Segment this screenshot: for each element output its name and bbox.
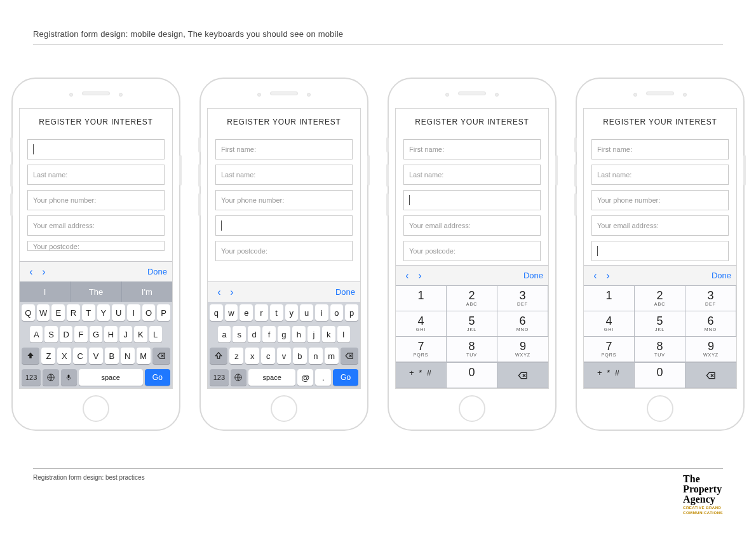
kb-next-button[interactable]: › bbox=[414, 270, 426, 281]
letter-key[interactable]: W bbox=[37, 304, 50, 321]
letter-key[interactable]: D bbox=[60, 326, 72, 342]
letter-key[interactable]: x bbox=[245, 348, 259, 364]
letter-key[interactable]: w bbox=[225, 304, 238, 321]
letter-key[interactable]: G bbox=[90, 326, 102, 342]
digit-key[interactable]: 5JKL bbox=[635, 311, 685, 337]
kb-suggestion[interactable]: I bbox=[20, 281, 71, 302]
letter-key[interactable]: g bbox=[278, 326, 290, 342]
at-key[interactable]: @ bbox=[297, 369, 313, 386]
letter-key[interactable]: r bbox=[255, 304, 268, 321]
kb-prev-button[interactable]: ‹ bbox=[213, 287, 226, 298]
letter-key[interactable]: s bbox=[233, 326, 245, 342]
letter-key[interactable]: T bbox=[82, 304, 95, 321]
postcode-input[interactable] bbox=[591, 241, 729, 261]
first-name-input[interactable]: First name: bbox=[215, 139, 353, 159]
mic-key[interactable] bbox=[61, 369, 77, 386]
go-key[interactable]: Go bbox=[333, 369, 358, 386]
home-button[interactable] bbox=[83, 395, 109, 422]
letter-key[interactable]: X bbox=[57, 348, 71, 364]
letter-key[interactable]: y bbox=[285, 304, 299, 321]
digit-key[interactable]: 2ABC bbox=[635, 286, 685, 311]
kb-next-button[interactable]: › bbox=[602, 270, 614, 281]
letter-key[interactable]: C bbox=[73, 348, 87, 364]
backspace-key[interactable] bbox=[497, 363, 548, 388]
digit-key[interactable]: 5JKL bbox=[447, 311, 497, 337]
letter-key[interactable]: p bbox=[345, 304, 358, 321]
letter-key[interactable]: N bbox=[121, 348, 135, 364]
go-key[interactable]: Go bbox=[145, 369, 170, 386]
letter-key[interactable]: M bbox=[137, 348, 151, 364]
first-name-input[interactable]: First name: bbox=[403, 139, 541, 159]
letter-key[interactable]: A bbox=[30, 326, 43, 342]
letter-key[interactable]: n bbox=[309, 348, 323, 364]
letter-key[interactable]: E bbox=[51, 304, 65, 321]
first-name-input[interactable] bbox=[27, 139, 165, 159]
postcode-input[interactable]: Your postcode: bbox=[27, 241, 165, 251]
postcode-input[interactable]: Your postcode: bbox=[215, 241, 353, 261]
digit-key[interactable]: 1 bbox=[584, 286, 635, 311]
zero-key[interactable]: 0 bbox=[447, 363, 497, 388]
backspace-key[interactable] bbox=[341, 348, 358, 364]
letter-key[interactable]: U bbox=[112, 304, 125, 321]
letter-key[interactable]: K bbox=[134, 326, 147, 342]
letter-key[interactable]: P bbox=[157, 304, 170, 321]
letter-key[interactable]: q bbox=[210, 304, 223, 321]
letter-key[interactable]: d bbox=[248, 326, 260, 342]
home-button[interactable] bbox=[271, 395, 297, 422]
letter-key[interactable]: c bbox=[261, 348, 275, 364]
letter-key[interactable]: v bbox=[277, 348, 291, 364]
phone-input[interactable]: Your phone number: bbox=[27, 190, 165, 210]
shift-key[interactable] bbox=[210, 348, 227, 364]
numbers-key[interactable]: 123 bbox=[22, 369, 41, 386]
letter-key[interactable]: L bbox=[149, 326, 162, 342]
backspace-key[interactable] bbox=[152, 348, 170, 364]
digit-key[interactable]: 8TUV bbox=[635, 337, 685, 362]
numbers-key[interactable]: 123 bbox=[210, 369, 229, 386]
letter-key[interactable]: J bbox=[119, 326, 132, 342]
home-button[interactable] bbox=[647, 395, 673, 422]
digit-key[interactable]: 6MNO bbox=[685, 311, 736, 337]
phone-input[interactable]: Your phone number: bbox=[215, 190, 353, 210]
kb-prev-button[interactable]: ‹ bbox=[25, 266, 37, 278]
shift-key[interactable] bbox=[22, 348, 39, 364]
email-input[interactable]: Your email address: bbox=[27, 215, 165, 236]
letter-key[interactable]: S bbox=[44, 326, 57, 342]
digit-key[interactable]: 6MNO bbox=[497, 311, 548, 337]
first-name-input[interactable]: First name: bbox=[591, 139, 729, 159]
letter-key[interactable]: h bbox=[292, 326, 305, 342]
space-key[interactable]: space bbox=[248, 369, 296, 386]
letter-key[interactable]: H bbox=[104, 326, 117, 342]
kb-done-button[interactable]: Done bbox=[147, 267, 167, 276]
letter-key[interactable]: Q bbox=[22, 304, 35, 321]
phone-input[interactable]: Your phone number: bbox=[591, 190, 729, 210]
kb-suggestion[interactable]: I'm bbox=[122, 281, 172, 302]
space-key[interactable]: space bbox=[79, 369, 143, 386]
letter-key[interactable]: V bbox=[89, 348, 103, 364]
letter-key[interactable]: a bbox=[218, 326, 231, 342]
digit-key[interactable]: 4GHI bbox=[584, 311, 635, 337]
globe-key[interactable] bbox=[43, 369, 58, 386]
last-name-input[interactable]: Last name: bbox=[215, 165, 353, 185]
kb-done-button[interactable]: Done bbox=[335, 287, 355, 297]
kb-done-button[interactable]: Done bbox=[712, 271, 731, 280]
letter-key[interactable]: j bbox=[307, 326, 320, 342]
letter-key[interactable]: t bbox=[270, 304, 283, 321]
email-input[interactable]: Your email address: bbox=[403, 215, 541, 236]
letter-key[interactable]: o bbox=[330, 304, 344, 321]
letter-key[interactable]: O bbox=[142, 304, 156, 321]
digit-key[interactable]: 8TUV bbox=[447, 337, 497, 362]
letter-key[interactable]: R bbox=[67, 304, 80, 321]
letter-key[interactable]: f bbox=[262, 326, 275, 342]
backspace-key[interactable] bbox=[685, 363, 736, 388]
last-name-input[interactable]: Last name: bbox=[591, 165, 729, 185]
letter-key[interactable]: u bbox=[300, 304, 313, 321]
zero-key[interactable]: 0 bbox=[635, 363, 685, 388]
letter-key[interactable]: m bbox=[325, 348, 339, 364]
letter-key[interactable]: i bbox=[315, 304, 328, 321]
symbols-key[interactable]: + * # bbox=[396, 363, 447, 388]
digit-key[interactable]: 9WXYZ bbox=[497, 337, 548, 362]
globe-key[interactable] bbox=[231, 369, 246, 386]
last-name-input[interactable]: Last name: bbox=[27, 165, 165, 185]
letter-key[interactable]: z bbox=[229, 348, 243, 364]
digit-key[interactable]: 9WXYZ bbox=[685, 337, 736, 362]
